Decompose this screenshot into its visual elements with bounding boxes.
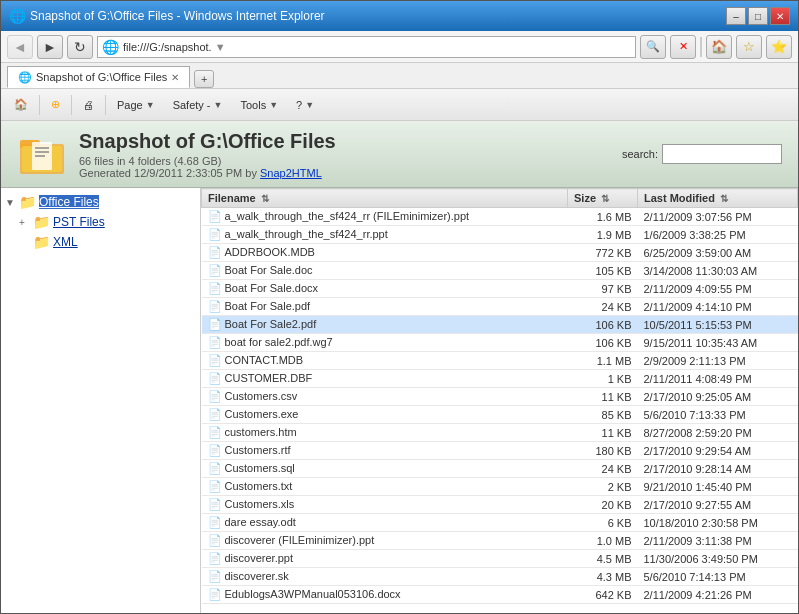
file-icon: 📄	[208, 354, 222, 366]
table-row[interactable]: 📄CUSTOMER.DBF1 KB2/11/2011 4:08:49 PM	[202, 370, 798, 388]
file-icon: 📄	[208, 210, 222, 222]
close-button[interactable]: ✕	[770, 7, 790, 25]
cell-date: 2/11/2009 4:21:26 PM	[638, 586, 798, 604]
file-icon: 📄	[208, 480, 222, 492]
cell-size: 85 KB	[568, 406, 638, 424]
table-row[interactable]: 📄Customers.txt2 KB9/21/2010 1:45:40 PM	[202, 478, 798, 496]
cell-date: 1/6/2009 3:38:25 PM	[638, 226, 798, 244]
table-row[interactable]: 📄Boat For Sale.pdf24 KB2/11/2009 4:14:10…	[202, 298, 798, 316]
cell-size: 4.3 MB	[568, 568, 638, 586]
file-icon: 📄	[208, 264, 222, 276]
favorites-star[interactable]: ☆	[736, 35, 762, 59]
new-tab-button[interactable]: +	[194, 70, 214, 88]
back-button[interactable]: ◄	[7, 35, 33, 59]
table-row[interactable]: 📄Boat For Sale.docx97 KB2/11/2009 4:09:5…	[202, 280, 798, 298]
table-row[interactable]: 📄EdublogsA3WPManual053106.docx642 KB2/11…	[202, 586, 798, 604]
cell-size: 106 KB	[568, 334, 638, 352]
rss-button[interactable]: ⊕	[44, 93, 67, 117]
cell-size: 1.1 MB	[568, 352, 638, 370]
table-row[interactable]: 📄a_walk_through_the_sf424_rr (FILEminimi…	[202, 208, 798, 226]
tab-close[interactable]: ✕	[171, 72, 179, 83]
forward-button[interactable]: ►	[37, 35, 63, 59]
address-text: file:///G:/snapshot.	[123, 41, 212, 53]
page-button[interactable]: Page ▼	[110, 93, 162, 117]
address-search-btn[interactable]: 🔍	[640, 35, 666, 59]
cell-size: 20 KB	[568, 496, 638, 514]
table-row[interactable]: 📄a_walk_through_the_sf424_rr.ppt1.9 MB1/…	[202, 226, 798, 244]
cell-date: 8/27/2008 2:59:20 PM	[638, 424, 798, 442]
table-row[interactable]: 📄Customers.csv11 KB2/17/2010 9:25:05 AM	[202, 388, 798, 406]
home-tool-button[interactable]: 🏠	[7, 93, 35, 117]
cell-date: 10/18/2010 2:30:58 PM	[638, 514, 798, 532]
table-row[interactable]: 📄discoverer.ppt4.5 MB11/30/2006 3:49:50 …	[202, 550, 798, 568]
pst-folder-icon: 📁	[33, 214, 50, 230]
tool-sep-2	[71, 95, 72, 115]
table-row[interactable]: 📄Boat For Sale2.pdf106 KB10/5/2011 5:15:…	[202, 316, 798, 334]
snap2html-link[interactable]: Snap2HTML	[260, 167, 322, 179]
refresh-button[interactable]: ↻	[67, 35, 93, 59]
cell-filename: 📄Customers.xls	[202, 496, 568, 514]
home-button[interactable]: 🏠	[706, 35, 732, 59]
cell-size: 11 KB	[568, 388, 638, 406]
safety-chevron: ▼	[214, 100, 223, 110]
table-header: Filename ⇅ Size ⇅ Last Modified ⇅	[202, 189, 798, 208]
folder-icon: 📁	[19, 194, 36, 210]
cell-filename: 📄discoverer (FILEminimizer).ppt	[202, 532, 568, 550]
table-row[interactable]: 📄Customers.rtf180 KB2/17/2010 9:29:54 AM	[202, 442, 798, 460]
table-row[interactable]: 📄ADDRBOOK.MDB772 KB6/25/2009 3:59:00 AM	[202, 244, 798, 262]
cell-filename: 📄Boat For Sale.doc	[202, 262, 568, 280]
search-area: search:	[622, 144, 782, 164]
maximize-button[interactable]: □	[748, 7, 768, 25]
cell-filename: 📄Customers.csv	[202, 388, 568, 406]
sidebar-item-office-files[interactable]: ▼ 📁 Office Files	[5, 192, 196, 212]
table-row[interactable]: 📄discoverer.sk4.3 MB5/6/2010 7:14:13 PM	[202, 568, 798, 586]
table-row[interactable]: 📄boat for sale2.pdf.wg7106 KB9/15/2011 1…	[202, 334, 798, 352]
table-row[interactable]: 📄Customers.exe85 KB5/6/2010 7:13:33 PM	[202, 406, 798, 424]
home-tool-icon: 🏠	[14, 98, 28, 111]
safety-button[interactable]: Safety - ▼	[166, 93, 230, 117]
cell-filename: 📄discoverer.ppt	[202, 550, 568, 568]
main-tab[interactable]: 🌐 Snapshot of G:\Office Files ✕	[7, 66, 190, 88]
stop-button[interactable]: ✕	[670, 35, 696, 59]
cell-date: 3/14/2008 11:30:03 AM	[638, 262, 798, 280]
cell-filename: 📄boat for sale2.pdf.wg7	[202, 334, 568, 352]
cell-date: 5/6/2010 7:14:13 PM	[638, 568, 798, 586]
col-date[interactable]: Last Modified ⇅	[638, 189, 798, 208]
col-filename[interactable]: Filename ⇅	[202, 189, 568, 208]
table-row[interactable]: 📄dare essay.odt6 KB10/18/2010 2:30:58 PM	[202, 514, 798, 532]
cell-date: 11/30/2006 3:49:50 PM	[638, 550, 798, 568]
cell-size: 105 KB	[568, 262, 638, 280]
cell-size: 772 KB	[568, 244, 638, 262]
address-box[interactable]: 🌐 file:///G:/snapshot. ▼	[97, 36, 636, 58]
header-icon	[17, 129, 67, 179]
col-size[interactable]: Size ⇅	[568, 189, 638, 208]
rss-icon: ⊕	[51, 98, 60, 111]
table-row[interactable]: 📄Customers.xls20 KB2/17/2010 9:27:55 AM	[202, 496, 798, 514]
table-row[interactable]: 📄Boat For Sale.doc105 KB3/14/2008 11:30:…	[202, 262, 798, 280]
table-row[interactable]: 📄CONTACT.MDB1.1 MB2/9/2009 2:11:13 PM	[202, 352, 798, 370]
file-icon: 📄	[208, 534, 222, 546]
cell-size: 106 KB	[568, 316, 638, 334]
table-row[interactable]: 📄customers.htm11 KB8/27/2008 2:59:20 PM	[202, 424, 798, 442]
tools-button[interactable]: Tools ▼	[233, 93, 285, 117]
tools-label: Tools	[240, 99, 266, 111]
tool-sep-1	[39, 95, 40, 115]
sidebar-item-xml[interactable]: 📁 XML	[19, 232, 196, 252]
page-chevron: ▼	[146, 100, 155, 110]
sidebar-item-pst-files[interactable]: + 📁 PST Files	[19, 212, 196, 232]
cell-size: 24 KB	[568, 298, 638, 316]
file-icon: 📄	[208, 228, 222, 240]
minimize-button[interactable]: –	[726, 7, 746, 25]
cell-date: 2/11/2011 4:08:49 PM	[638, 370, 798, 388]
add-favorites[interactable]: ⭐	[766, 35, 792, 59]
print-button[interactable]: 🖨	[76, 93, 101, 117]
pst-expander: +	[19, 217, 33, 228]
table-row[interactable]: 📄Customers.sql24 KB2/17/2010 9:28:14 AM	[202, 460, 798, 478]
table-row[interactable]: 📄discoverer (FILEminimizer).ppt1.0 MB2/1…	[202, 532, 798, 550]
cell-date: 2/17/2010 9:29:54 AM	[638, 442, 798, 460]
help-button[interactable]: ? ▼	[289, 93, 321, 117]
address-extra: ▼	[212, 41, 226, 53]
cell-filename: 📄EdublogsA3WPManual053106.docx	[202, 586, 568, 604]
size-sort-icon: ⇅	[601, 193, 609, 204]
search-input[interactable]	[662, 144, 782, 164]
